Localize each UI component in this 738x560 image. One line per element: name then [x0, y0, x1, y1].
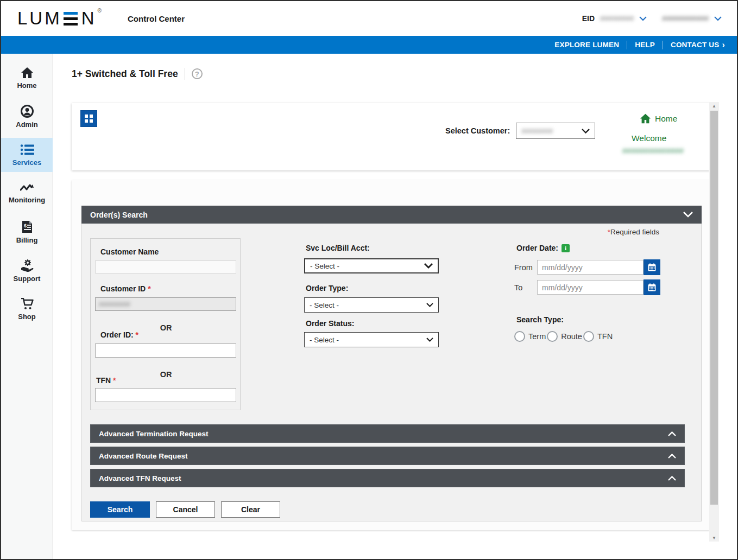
to-date-input[interactable] — [537, 280, 644, 295]
chevron-up-icon — [668, 476, 676, 481]
sidebar-item-home[interactable]: Home — [1, 61, 53, 95]
widget-home-link[interactable]: Home — [640, 113, 677, 124]
order-id-label: Order ID: * — [100, 330, 138, 339]
calendar-icon — [648, 283, 656, 291]
contact-us-link[interactable]: CONTACT US› — [671, 40, 725, 50]
sidebar-item-shop[interactable]: Shop — [1, 292, 53, 326]
search-button[interactable]: Search — [90, 501, 150, 518]
page-title-row: 1+ Switched & Toll Free ? — [72, 68, 203, 80]
customer-fieldset: Customer Name Customer ID * ######## OR … — [90, 238, 241, 410]
customer-id-label-text: Customer ID — [100, 284, 146, 293]
sidebar-item-label: Home — [17, 81, 36, 90]
tfn-label-text: TFN — [96, 376, 111, 385]
scroll-down-arrow-icon[interactable]: ▼ — [709, 534, 719, 542]
from-date-input[interactable] — [537, 260, 644, 275]
select-customer-dropdown[interactable]: ######## — [516, 123, 595, 139]
utility-nav: EXPLORE LUMEN HELP CONTACT US› — [1, 36, 737, 54]
page-help-icon[interactable]: ? — [192, 68, 203, 79]
order-status-value: - Select - — [310, 336, 339, 344]
accordion-advanced-tfn-request[interactable]: Advanced TFN Request — [90, 469, 685, 487]
nav-divider — [663, 41, 663, 49]
search-type-label: Search Type: — [516, 315, 564, 324]
registered-mark: ® — [98, 8, 102, 14]
route-radio[interactable] — [547, 331, 558, 342]
support-icon — [20, 259, 34, 272]
contact-us-label: CONTACT US — [671, 41, 720, 49]
customer-widget-panel: Select Customer: ######## Home Welcome #… — [72, 103, 710, 170]
to-calendar-button[interactable] — [644, 279, 660, 295]
logo-n: N — [81, 9, 97, 28]
logo-lum: LUM — [17, 9, 62, 28]
form-buttons-row: Search Cancel Clear — [90, 501, 280, 518]
customer-name-input[interactable] — [95, 260, 236, 273]
sidebar-item-billing[interactable]: $ Billing — [1, 215, 53, 249]
order-search-body: *Required fields Customer Name Customer … — [81, 224, 702, 521]
order-type-select[interactable]: - Select - — [304, 297, 439, 313]
clear-button[interactable]: Clear — [221, 501, 280, 518]
services-icon — [20, 144, 34, 156]
order-date-group: Order Date: i — [516, 244, 570, 252]
info-icon[interactable]: i — [562, 244, 570, 252]
tfn-radio[interactable] — [583, 331, 594, 342]
order-search-header[interactable]: Order(s) Search — [81, 206, 702, 224]
to-label: To — [514, 283, 537, 292]
billing-icon: $ — [21, 220, 33, 233]
shop-icon — [21, 298, 34, 310]
app-grid-button[interactable] — [80, 110, 97, 127]
svc-loc-label: Svc Loc/Bill Acct: — [306, 244, 370, 252]
select-customer-value-redacted: ######## — [521, 127, 553, 135]
lumen-logo: LUMN ® — [17, 9, 102, 28]
chevron-up-icon — [668, 431, 676, 436]
customer-id-required-asterisk: * — [148, 284, 150, 293]
home-icon — [21, 67, 34, 79]
top-header: LUMN ® Control Center EID ######## #####… — [1, 1, 737, 36]
term-radio[interactable] — [514, 331, 525, 342]
sidebar-item-label: Billing — [16, 236, 38, 244]
from-label: From — [514, 263, 537, 272]
sidebar-item-admin[interactable]: Admin — [1, 99, 53, 133]
scrollbar-thumb[interactable] — [710, 111, 718, 505]
sidebar-item-label: Support — [14, 275, 41, 283]
widget-home-label: Home — [655, 114, 677, 124]
tfn-input[interactable] — [95, 388, 236, 402]
from-calendar-button[interactable] — [644, 259, 660, 275]
explore-lumen-link[interactable]: EXPLORE LUMEN — [554, 41, 619, 49]
monitoring-icon — [20, 183, 34, 193]
chevron-down-icon — [426, 303, 433, 307]
cancel-button[interactable]: Cancel — [156, 501, 215, 518]
sidebar: Home Admin Services Monitoring $ Billing — [1, 54, 53, 560]
accordion-advanced-termination-request[interactable]: Advanced Termination Request — [90, 424, 685, 443]
sidebar-item-monitoring[interactable]: Monitoring — [1, 176, 53, 211]
search-type-radio-group: Term Route TFN — [514, 331, 613, 342]
home-icon — [640, 113, 651, 124]
sidebar-item-support[interactable]: Support — [1, 253, 53, 288]
help-link[interactable]: HELP — [635, 41, 655, 49]
order-status-select[interactable]: - Select - — [304, 332, 439, 347]
logo-e-glyph — [64, 12, 78, 26]
customer-id-value-redacted: ######## — [99, 300, 130, 308]
term-radio-label: Term — [528, 332, 546, 341]
accordion-advanced-route-request[interactable]: Advanced Route Request — [90, 447, 685, 465]
welcome-username-redacted: ############## — [622, 147, 684, 155]
accordion-title: Advanced Termination Request — [99, 430, 209, 438]
chevron-down-icon — [582, 129, 590, 133]
eid-chevron-down-icon[interactable] — [639, 16, 647, 21]
page-title: 1+ Switched & Toll Free — [72, 68, 178, 80]
order-id-input[interactable] — [95, 343, 236, 358]
scroll-up-arrow-icon[interactable]: ▲ — [709, 102, 719, 110]
required-fields-note: *Required fields — [608, 228, 659, 236]
eid-value-redacted: ######## — [600, 14, 634, 23]
sidebar-item-label: Shop — [18, 313, 36, 321]
vertical-scrollbar[interactable]: ▲ ▼ — [709, 102, 719, 542]
chevron-up-icon — [668, 454, 676, 459]
order-status-label: Order Status: — [306, 319, 354, 328]
select-customer-label: Select Customer: — [445, 126, 510, 135]
customer-id-input[interactable]: ######## — [95, 297, 236, 311]
sidebar-item-services[interactable]: Services — [1, 138, 53, 172]
contact-arrow-icon: › — [722, 40, 725, 50]
user-menu-chevron-down-icon[interactable] — [714, 16, 722, 21]
app-window: LUMN ® Control Center EID ######## #####… — [0, 0, 738, 560]
svc-loc-select[interactable]: - Select - — [304, 258, 439, 273]
collapse-chevron-down-icon[interactable] — [683, 212, 693, 218]
svc-loc-value: - Select - — [310, 262, 339, 270]
